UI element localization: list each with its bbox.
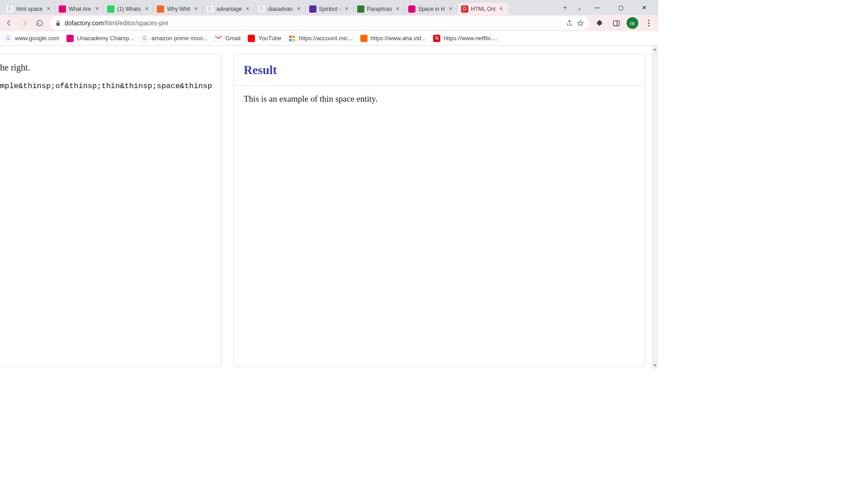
browser-tab[interactable]: (1) Whats✕ xyxy=(104,3,153,15)
tab-close-button[interactable]: ✕ xyxy=(498,6,505,12)
bookmark-title: https://www.aha.vid... xyxy=(371,35,426,42)
bookmark-favicon: G xyxy=(5,35,12,42)
tab-close-button[interactable]: ✕ xyxy=(245,6,251,12)
tab-favicon: D xyxy=(461,5,468,13)
editor-hint-text: he right. xyxy=(0,54,221,79)
kebab-icon xyxy=(648,19,650,27)
back-button[interactable] xyxy=(4,18,14,28)
window-minimize-button[interactable]: — xyxy=(589,5,606,11)
editor-pane[interactable]: he right. mple&thinsp;of&thinsp;thin&thi… xyxy=(0,54,222,367)
chrome-menu-button[interactable] xyxy=(643,17,655,29)
tab-title: Space in H xyxy=(418,6,445,12)
bookmark-item[interactable]: Gmail xyxy=(215,35,241,42)
tab-close-button[interactable]: ✕ xyxy=(344,6,350,12)
scroll-up-arrow[interactable]: ▲ xyxy=(651,46,658,52)
tab-title: diasadvan xyxy=(268,6,293,12)
tab-title: advantage xyxy=(217,6,242,12)
browser-tab[interactable]: Space in H✕ xyxy=(405,3,458,15)
page-content: ▲ ▼ he right. mple&thinsp;of&thinsp;thin… xyxy=(0,46,658,369)
tab-title: What Are xyxy=(69,6,91,12)
tab-favicon xyxy=(107,5,114,13)
tab-title: Spinbot - xyxy=(319,6,341,12)
bookmark-favicon xyxy=(288,35,296,42)
svg-rect-5 xyxy=(289,36,292,38)
tab-favicon xyxy=(357,5,364,13)
address-bar[interactable]: dofactory.com/html/editor/spaces-pre xyxy=(50,16,590,30)
bookmark-star-icon[interactable] xyxy=(577,19,584,27)
panel-icon xyxy=(613,19,620,27)
browser-tab[interactable]: Gdiasadvan✕ xyxy=(255,3,306,15)
svg-point-4 xyxy=(648,25,649,26)
extensions-button[interactable] xyxy=(594,17,606,29)
browser-tab[interactable]: Paraphras✕ xyxy=(354,3,405,15)
tab-close-button[interactable]: ✕ xyxy=(94,6,100,12)
bookmark-favicon xyxy=(248,35,255,42)
tab-close-button[interactable]: ✕ xyxy=(143,6,150,12)
bookmark-item[interactable]: Nhttps://www.netflix.... xyxy=(433,35,497,42)
browser-tab[interactable]: Ghtml space✕ xyxy=(3,3,55,15)
new-tab-button[interactable]: + xyxy=(559,0,571,15)
browser-tab[interactable]: Spinbot -✕ xyxy=(306,3,354,15)
scroll-down-arrow[interactable]: ▼ xyxy=(651,362,658,369)
tab-title: Why Whit xyxy=(167,6,190,12)
tab-close-button[interactable]: ✕ xyxy=(448,6,454,12)
tab-search-button[interactable]: ⌄ xyxy=(577,4,582,11)
bookmark-favicon xyxy=(215,35,222,42)
tab-close-button[interactable]: ✕ xyxy=(395,6,401,12)
bookmark-item[interactable]: https://account.mic... xyxy=(288,35,353,42)
reload-icon xyxy=(36,19,44,27)
result-body: This is an example of thin space entity. xyxy=(234,86,645,112)
tab-strip: Ghtml space✕What Are✕(1) Whats✕Why Whit✕… xyxy=(0,0,559,15)
side-panel-button[interactable] xyxy=(610,17,622,29)
share-icon[interactable] xyxy=(566,19,573,27)
tab-title: (1) Whats xyxy=(117,6,141,12)
bookmark-item[interactable]: YouTube xyxy=(248,35,281,42)
window-maximize-button[interactable]: ▢ xyxy=(612,5,629,11)
vertical-scrollbar[interactable]: ▲ ▼ xyxy=(651,46,658,369)
bookmark-item[interactable]: Gwww.google.com xyxy=(5,35,59,42)
bookmark-title: https://account.mic... xyxy=(299,35,353,42)
tab-favicon xyxy=(408,5,415,13)
browser-toolbar: dofactory.com/html/editor/spaces-pre m xyxy=(0,15,658,31)
reload-button[interactable] xyxy=(34,18,45,28)
forward-button[interactable] xyxy=(19,18,30,28)
bookmark-title: YouTube xyxy=(258,35,281,42)
browser-titlebar: Ghtml space✕What Are✕(1) Whats✕Why Whit✕… xyxy=(0,0,658,15)
lock-icon xyxy=(55,20,61,26)
tab-close-button[interactable]: ✕ xyxy=(193,6,199,12)
titlebar-right: ⌄ — ▢ ✕ xyxy=(571,0,658,15)
bookmark-item[interactable]: Gamazon prime movi... xyxy=(141,35,208,42)
tab-favicon: G xyxy=(6,5,14,13)
browser-tab[interactable]: What Are✕ xyxy=(55,3,104,15)
bookmark-item[interactable]: https://www.aha.vid... xyxy=(360,35,426,42)
window-close-button[interactable]: ✕ xyxy=(636,5,653,11)
svg-rect-7 xyxy=(289,39,292,41)
bookmark-item[interactable]: Unacademy Champ... xyxy=(66,35,134,42)
svg-rect-8 xyxy=(292,39,295,41)
tab-favicon xyxy=(157,5,164,13)
editor-code-line[interactable]: mple&thinsp;of&thinsp;thin&thinsp;space&… xyxy=(0,79,221,90)
bookmark-title: Gmail xyxy=(225,35,241,42)
bookmark-favicon xyxy=(66,35,74,42)
tab-close-button[interactable]: ✕ xyxy=(296,6,302,12)
browser-tab[interactable]: Gadvantage✕ xyxy=(203,3,255,15)
result-pane: Result This is an example of thin space … xyxy=(233,54,646,367)
tab-favicon xyxy=(309,5,316,13)
tab-title: html space xyxy=(16,6,42,12)
bookmark-title: amazon prime movi... xyxy=(151,35,208,42)
tab-favicon: G xyxy=(207,5,214,13)
tab-close-button[interactable]: ✕ xyxy=(45,6,52,12)
tab-title: Paraphras xyxy=(367,6,392,12)
bookmark-favicon: N xyxy=(433,35,440,42)
browser-tab[interactable]: DHTML Onl✕ xyxy=(458,3,508,15)
bookmark-favicon xyxy=(360,35,368,42)
profile-avatar[interactable]: m xyxy=(627,17,638,29)
bookmark-title: Unacademy Champ... xyxy=(77,35,134,42)
svg-rect-0 xyxy=(613,20,619,25)
bookmarks-bar: Gwww.google.comUnacademy Champ...Gamazon… xyxy=(0,31,658,46)
svg-point-2 xyxy=(648,19,649,21)
browser-tab[interactable]: Why Whit✕ xyxy=(153,3,203,15)
result-title: Result xyxy=(244,63,635,77)
url-text: dofactory.com/html/editor/spaces-pre xyxy=(65,19,562,27)
result-header: Result xyxy=(234,54,645,86)
